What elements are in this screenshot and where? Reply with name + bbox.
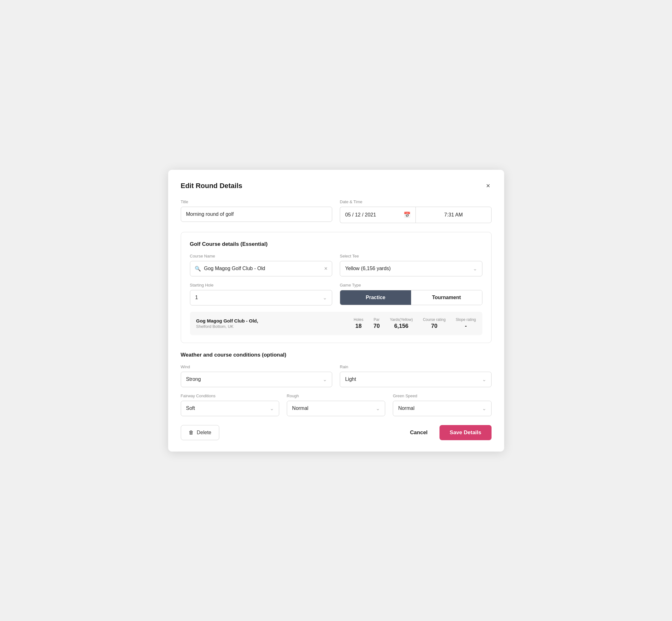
wind-label: Wind	[181, 365, 333, 369]
rain-dropdown[interactable]: Light ⌄	[340, 372, 492, 387]
fairway-rough-green-row: Fairway Conditions Soft ⌄ Rough Normal ⌄…	[181, 394, 492, 416]
rain-label: Rain	[340, 365, 492, 369]
course-name-input[interactable]: 🔍 Gog Magog Golf Club - Old ×	[190, 261, 333, 277]
date-time-row: 05 / 12 / 2021 📅 7:31 AM	[340, 207, 492, 223]
fairway-label: Fairway Conditions	[181, 394, 279, 398]
wind-rain-row: Wind Strong ⌄ Rain Light ⌄	[181, 365, 492, 387]
starting-hole-group: Starting Hole 1 ⌄	[190, 283, 333, 305]
wind-dropdown[interactable]: Strong ⌄	[181, 372, 333, 387]
date-field[interactable]: 05 / 12 / 2021 📅	[340, 207, 416, 223]
golf-course-section: Golf Course details (Essential) Course N…	[181, 232, 492, 343]
title-label: Title	[181, 199, 333, 204]
time-value: 7:31 AM	[444, 212, 463, 218]
datetime-field-group: Date & Time 05 / 12 / 2021 📅 7:31 AM	[340, 199, 492, 223]
green-speed-value: Normal	[398, 406, 415, 411]
stat-course-rating: Course rating 70	[423, 318, 446, 329]
chevron-down-icon: ⌄	[323, 376, 327, 382]
rough-group: Rough Normal ⌄	[287, 394, 385, 416]
chevron-down-icon: ⌄	[473, 266, 477, 272]
stat-par-label: Par	[374, 318, 380, 322]
stat-yards-label: Yards(Yellow)	[390, 318, 413, 322]
stat-yards-value: 6,156	[390, 323, 413, 329]
rain-value: Light	[345, 376, 356, 382]
select-tee-group: Select Tee Yellow (6,156 yards) ⌄	[340, 254, 482, 277]
modal-title: Edit Round Details	[181, 182, 243, 190]
stat-slope-rating-label: Slope rating	[456, 318, 476, 322]
top-row: Title Date & Time 05 / 12 / 2021 📅 7:31 …	[181, 199, 492, 223]
stat-course-rating-value: 70	[423, 323, 446, 329]
stat-holes-label: Holes	[354, 318, 364, 322]
course-info-stats: Holes 18 Par 70 Yards(Yellow) 6,156 Cour…	[354, 318, 476, 329]
stat-holes-value: 18	[354, 323, 364, 329]
rain-group: Rain Light ⌄	[340, 365, 492, 387]
green-speed-group: Green Speed Normal ⌄	[393, 394, 491, 416]
delete-button[interactable]: 🗑 Delete	[181, 425, 219, 440]
footer-row: 🗑 Delete Cancel Save Details	[181, 425, 492, 440]
stat-holes: Holes 18	[354, 318, 364, 329]
cancel-button[interactable]: Cancel	[407, 425, 431, 440]
stat-slope-rating-value: -	[456, 323, 476, 329]
chevron-down-icon: ⌄	[376, 406, 380, 411]
tournament-toggle-button[interactable]: Tournament	[411, 290, 482, 305]
title-field-group: Title	[181, 199, 333, 223]
stat-par: Par 70	[374, 318, 380, 329]
select-tee-dropdown[interactable]: Yellow (6,156 yards) ⌄	[340, 261, 482, 277]
chevron-down-icon: ⌄	[482, 406, 486, 411]
title-input[interactable]	[181, 207, 333, 222]
course-tee-row: Course Name 🔍 Gog Magog Golf Club - Old …	[190, 254, 482, 277]
stat-slope-rating: Slope rating -	[456, 318, 476, 329]
edit-round-modal: Edit Round Details × Title Date & Time 0…	[168, 170, 504, 452]
course-name-value: Gog Magog Golf Club - Old	[204, 266, 321, 272]
rough-label: Rough	[287, 394, 385, 398]
chevron-down-icon: ⌄	[482, 376, 486, 382]
close-button[interactable]: ×	[485, 181, 492, 191]
fairway-group: Fairway Conditions Soft ⌄	[181, 394, 279, 416]
footer-right: Cancel Save Details	[407, 425, 492, 440]
stat-course-rating-label: Course rating	[423, 318, 446, 322]
select-tee-value: Yellow (6,156 yards)	[345, 266, 390, 272]
green-speed-dropdown[interactable]: Normal ⌄	[393, 401, 491, 416]
stat-par-value: 70	[374, 323, 380, 329]
chevron-down-icon: ⌄	[323, 295, 327, 301]
datetime-label: Date & Time	[340, 199, 492, 204]
starting-hole-label: Starting Hole	[190, 283, 333, 287]
search-icon: 🔍	[195, 266, 201, 272]
calendar-icon: 📅	[404, 211, 411, 218]
weather-section: Weather and course conditions (optional)…	[181, 352, 492, 416]
save-button[interactable]: Save Details	[439, 425, 491, 440]
select-tee-label: Select Tee	[340, 254, 482, 258]
hole-gametype-row: Starting Hole 1 ⌄ Game Type Practice Tou…	[190, 283, 482, 305]
delete-label: Delete	[197, 430, 211, 436]
wind-value: Strong	[186, 376, 201, 382]
course-info-bar: Gog Magog Golf Club - Old, Shelford Bott…	[190, 312, 482, 335]
golf-section-title: Golf Course details (Essential)	[190, 241, 482, 247]
weather-section-title: Weather and course conditions (optional)	[181, 352, 492, 358]
course-info-name-group: Gog Magog Golf Club - Old, Shelford Bott…	[196, 318, 258, 329]
game-type-toggle: Practice Tournament	[340, 290, 482, 305]
practice-toggle-button[interactable]: Practice	[340, 290, 411, 305]
trash-icon: 🗑	[189, 430, 194, 436]
rough-dropdown[interactable]: Normal ⌄	[287, 401, 385, 416]
fairway-value: Soft	[186, 406, 195, 411]
time-field[interactable]: 7:31 AM	[416, 207, 491, 223]
course-name-clear-button[interactable]: ×	[324, 265, 328, 272]
game-type-label: Game Type	[340, 283, 482, 287]
course-info-location: Shelford Bottom, UK	[196, 324, 258, 329]
course-name-group: Course Name 🔍 Gog Magog Golf Club - Old …	[190, 254, 333, 277]
course-info-name: Gog Magog Golf Club - Old,	[196, 318, 258, 323]
fairway-dropdown[interactable]: Soft ⌄	[181, 401, 279, 416]
game-type-group: Game Type Practice Tournament	[340, 283, 482, 305]
course-name-label: Course Name	[190, 254, 333, 258]
starting-hole-value: 1	[195, 295, 198, 300]
date-value: 05 / 12 / 2021	[345, 212, 376, 218]
wind-group: Wind Strong ⌄	[181, 365, 333, 387]
rough-value: Normal	[292, 406, 308, 411]
green-speed-label: Green Speed	[393, 394, 491, 398]
starting-hole-dropdown[interactable]: 1 ⌄	[190, 290, 333, 305]
modal-header: Edit Round Details ×	[181, 181, 492, 191]
chevron-down-icon: ⌄	[270, 406, 274, 411]
stat-yards: Yards(Yellow) 6,156	[390, 318, 413, 329]
